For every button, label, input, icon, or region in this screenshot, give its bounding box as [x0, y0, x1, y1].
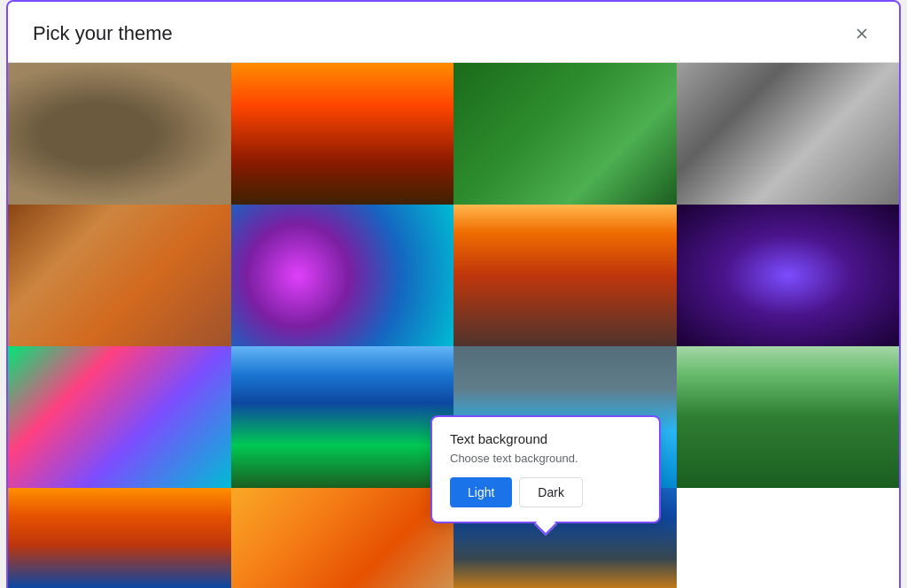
- photo-desert-inner: [231, 488, 454, 588]
- photo-bridge[interactable]: [8, 488, 231, 588]
- tooltip-buttons: Light Dark: [450, 477, 641, 507]
- close-icon: [853, 25, 871, 43]
- photo-leaves-green[interactable]: [454, 63, 677, 205]
- light-button[interactable]: Light: [450, 477, 512, 507]
- photo-bokeh-inner: [231, 205, 454, 346]
- dialog-header: Pick your theme: [8, 2, 899, 63]
- photo-lake[interactable]: [231, 346, 454, 488]
- photo-shell-inner: [8, 346, 231, 488]
- photo-lake-inner: [231, 346, 454, 488]
- photo-desert[interactable]: [231, 488, 454, 588]
- photo-bokeh[interactable]: [231, 205, 454, 346]
- tooltip-title: Text background: [450, 431, 641, 446]
- photo-mountains[interactable]: [231, 63, 454, 205]
- photo-coils-inner: [677, 63, 900, 205]
- close-button[interactable]: [846, 18, 878, 50]
- photo-forest-inner: [677, 346, 900, 488]
- photo-jellyfish-inner: [677, 205, 900, 346]
- tooltip-description: Choose text background.: [450, 452, 641, 465]
- photo-autumn[interactable]: [8, 205, 231, 346]
- photo-leaves-green-inner: [454, 63, 677, 205]
- photo-forest[interactable]: [677, 346, 900, 488]
- dark-button[interactable]: Dark: [519, 477, 583, 507]
- photo-canyon[interactable]: [454, 205, 677, 346]
- photo-shell[interactable]: [8, 346, 231, 488]
- photo-autumn-inner: [8, 205, 231, 346]
- photo-chess-inner: [8, 63, 231, 205]
- dialog-title: Pick your theme: [33, 22, 173, 45]
- photo-jellyfish[interactable]: [677, 205, 900, 346]
- photo-chess[interactable]: [8, 63, 231, 205]
- photo-coils[interactable]: [677, 63, 900, 205]
- theme-picker-dialog: Pick your theme Text background Choose t…: [6, 0, 901, 588]
- text-background-popup: Text background Choose text background. …: [430, 415, 661, 523]
- photo-canyon-inner: [454, 205, 677, 346]
- photo-bridge-inner: [8, 488, 231, 588]
- dialog-body: Text background Choose text background. …: [8, 63, 899, 588]
- photo-mountains-inner: [231, 63, 454, 205]
